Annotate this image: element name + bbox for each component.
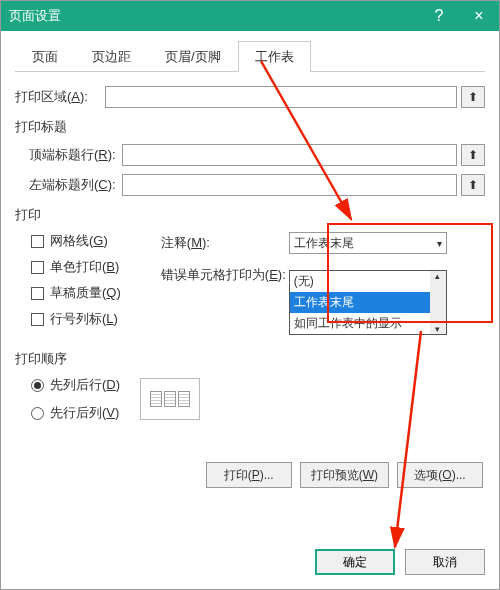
- print-button[interactable]: 打印(P)...: [206, 462, 292, 488]
- errors-label: 错误单元格打印为(E):: [161, 266, 289, 284]
- collapse-icon: ⬆: [468, 148, 478, 162]
- cancel-button[interactable]: 取消: [405, 549, 485, 575]
- radio-icon: [31, 379, 44, 392]
- print-group-label: 打印: [15, 206, 485, 224]
- comments-combo-value: 工作表末尾: [294, 235, 354, 252]
- footer-buttons: 打印(P)... 打印预览(W) 选项(O)...: [15, 462, 485, 488]
- options-button[interactable]: 选项(O)...: [397, 462, 483, 488]
- top-rows-input[interactable]: [122, 144, 457, 166]
- tab-margins[interactable]: 页边距: [75, 41, 148, 72]
- close-button[interactable]: ×: [459, 1, 499, 31]
- tab-bar: 页面 页边距 页眉/页脚 工作表: [15, 41, 485, 72]
- dialog-buttons: 确定 取消: [315, 549, 485, 575]
- dropdown-scrollbar[interactable]: ▴▾: [430, 271, 446, 334]
- dialog-content: 页面 页边距 页眉/页脚 工作表 打印区域(A): ⬆ 打印标题 顶端标题行(R…: [1, 31, 499, 488]
- gridlines-checkbox[interactable]: 网格线(G): [31, 232, 121, 250]
- checkbox-icon: [31, 313, 44, 326]
- draft-checkbox[interactable]: 草稿质量(Q): [31, 284, 121, 302]
- tab-sheet[interactable]: 工作表: [238, 41, 311, 72]
- mono-checkbox[interactable]: 单色打印(B): [31, 258, 121, 276]
- titlebar: 页面设置 ? ×: [1, 1, 499, 31]
- scroll-down-icon: ▾: [435, 324, 440, 334]
- order-preview-icon: [140, 378, 200, 420]
- range-picker-button[interactable]: ⬆: [461, 174, 485, 196]
- scroll-up-icon: ▴: [435, 271, 440, 281]
- dropdown-option-as-displayed[interactable]: 如同工作表中的显示: [290, 313, 446, 334]
- preview-button[interactable]: 打印预览(W): [300, 462, 389, 488]
- collapse-icon: ⬆: [468, 178, 478, 192]
- left-cols-label: 左端标题列(C):: [15, 176, 122, 194]
- checkbox-icon: [31, 235, 44, 248]
- dialog-window: 页面设置 ? × 页面 页边距 页眉/页脚 工作表 打印区域(A): ⬆ 打印标…: [0, 0, 500, 590]
- top-rows-label: 顶端标题行(R):: [15, 146, 122, 164]
- comments-label: 注释(M):: [161, 234, 289, 252]
- range-picker-button[interactable]: ⬆: [461, 144, 485, 166]
- titles-group-label: 打印标题: [15, 118, 485, 136]
- chevron-down-icon: ▾: [437, 238, 442, 249]
- headings-checkbox[interactable]: 行号列标(L): [31, 310, 121, 328]
- print-area-input[interactable]: [105, 86, 457, 108]
- order-group-label: 打印顺序: [15, 350, 485, 368]
- checkbox-icon: [31, 261, 44, 274]
- print-right-column: 注释(M): 工作表末尾 ▾ 错误单元格打印为(E): (无) 工作表末尾 如同…: [161, 232, 485, 292]
- comments-combo[interactable]: 工作表末尾 ▾: [289, 232, 447, 254]
- print-area-label: 打印区域(A):: [15, 88, 105, 106]
- dropdown-option-none[interactable]: (无): [290, 271, 446, 292]
- left-cols-input[interactable]: [122, 174, 457, 196]
- print-area-row: 打印区域(A): ⬆: [15, 86, 485, 108]
- comments-dropdown: (无) 工作表末尾 如同工作表中的显示 ▴▾: [289, 270, 447, 335]
- checkbox-icon: [31, 287, 44, 300]
- range-picker-button[interactable]: ⬆: [461, 86, 485, 108]
- down-then-over-radio[interactable]: 先列后行(D): [31, 376, 120, 394]
- tab-page[interactable]: 页面: [15, 41, 75, 72]
- window-title: 页面设置: [9, 7, 419, 25]
- tab-header-footer[interactable]: 页眉/页脚: [148, 41, 238, 72]
- ok-button[interactable]: 确定: [315, 549, 395, 575]
- over-then-down-radio[interactable]: 先行后列(V): [31, 404, 120, 422]
- radio-icon: [31, 407, 44, 420]
- help-button[interactable]: ?: [419, 1, 459, 31]
- collapse-icon: ⬆: [468, 90, 478, 104]
- dropdown-option-end[interactable]: 工作表末尾: [290, 292, 446, 313]
- print-checkboxes: 网格线(G) 单色打印(B) 草稿质量(Q) 行号列标(L): [15, 232, 121, 328]
